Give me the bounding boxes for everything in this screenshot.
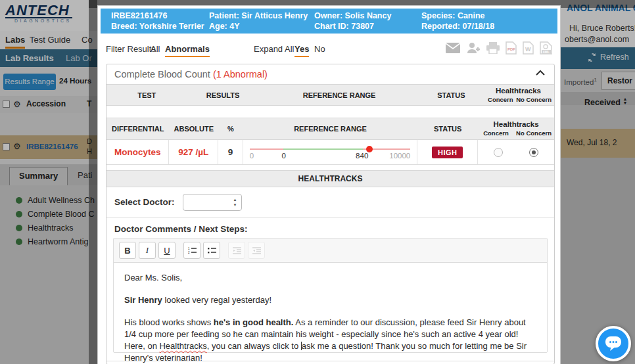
expand-no[interactable]: No xyxy=(314,44,325,54)
col-percent: % xyxy=(218,125,243,133)
editor-toolbar: B I U 12 xyxy=(114,239,547,263)
italic-button[interactable]: I xyxy=(139,242,156,259)
select-stepper-icon: ▲▼ xyxy=(233,197,237,208)
col-reference-range: REFERENCE RANGE xyxy=(243,125,418,133)
concern-radio[interactable] xyxy=(494,148,503,157)
underline-button[interactable]: U xyxy=(158,242,176,259)
select-doctor-label: Select Doctor: xyxy=(114,197,175,207)
reference-range-slider: 0 0 840 10000 xyxy=(243,140,418,164)
svg-text:XML: XML xyxy=(543,50,550,54)
comments-textarea[interactable]: Dear Ms. Solis, Sir Henry looked very re… xyxy=(114,263,547,352)
range-label: 840 xyxy=(356,152,368,160)
patient-accession: IRBE82161476 xyxy=(111,11,204,21)
outdent-button[interactable] xyxy=(228,242,245,259)
range-segment-low xyxy=(250,148,283,150)
col-healthtracks: Healthtracks ConcernNo Concern xyxy=(478,121,554,137)
chat-widget-button[interactable] xyxy=(596,326,631,361)
patient-age: Age: 4Y xyxy=(209,21,308,32)
range-segment-normal xyxy=(283,148,363,150)
patient-species: Species: Canine xyxy=(421,11,494,21)
filter-abnormals[interactable]: Abnormals xyxy=(165,44,210,57)
expand-yes[interactable]: Yes xyxy=(294,44,309,57)
patient-info-bar: IRBE82161476 Breed: Yorkshire Terrier Pa… xyxy=(101,9,557,34)
monocytes-result-row: Monocytes 927 /µL 9 0 0 840 10000 HIGH xyxy=(106,140,554,165)
svg-text:W: W xyxy=(525,46,531,53)
col-results: RESULTS xyxy=(187,91,259,99)
indent-button[interactable] xyxy=(248,242,265,259)
percent-value: 9 xyxy=(218,140,243,164)
doctor-select[interactable]: ▲▼ xyxy=(183,194,242,211)
filter-all[interactable]: All xyxy=(151,44,160,54)
add-user-icon[interactable] xyxy=(466,42,481,54)
differential-header-row: DIFFERENTIAL ABSOLUTE % REFERENCE RANGE … xyxy=(106,118,554,140)
range-label: 0 xyxy=(282,152,286,160)
range-label: 0 xyxy=(250,152,254,160)
print-icon[interactable] xyxy=(486,42,500,54)
patient-name: Patient: Sir Atticus Henry xyxy=(209,11,308,21)
results-modal: IRBE82161476 Breed: Yorkshire Terrier Pa… xyxy=(97,5,561,364)
healthtracks-section-header: HEALTHTRACKS xyxy=(106,170,554,187)
cbc-header-row: TEST RESULTS REFERENCE RANGE STATUS Heal… xyxy=(106,84,554,106)
svg-text:1: 1 xyxy=(188,247,190,250)
patient-reported: Reported: 07/18/18 xyxy=(421,21,494,32)
doctor-comments-label: Doctor Comments / Next Steps: xyxy=(106,217,554,238)
col-healthtracks: Healthtracks ConcernNo Concern xyxy=(482,87,554,103)
col-reference-range: REFERENCE RANGE xyxy=(259,91,420,99)
pdf-icon[interactable]: PDF xyxy=(506,41,517,55)
section-header[interactable]: Complete Blood Count (1 Abnormal) xyxy=(106,64,554,84)
bullet-list-button[interactable] xyxy=(203,242,220,259)
abnormal-count: (1 Abnormal) xyxy=(213,69,268,80)
comments-editor: B I U 12 Dear Ms. Solis, Sir Henry looke… xyxy=(113,238,548,353)
no-concern-radio[interactable] xyxy=(529,148,538,157)
expand-all-label: Expand All xyxy=(254,44,294,54)
chat-bubble-icon xyxy=(605,336,622,352)
bold-button[interactable]: B xyxy=(119,242,136,259)
patient-chart-id: Chart ID: 73807 xyxy=(314,21,391,32)
patient-breed: Breed: Yorkshire Terrier xyxy=(111,21,204,32)
status-cell: HIGH xyxy=(417,140,478,164)
col-status: STATUS xyxy=(420,91,482,99)
word-doc-icon[interactable]: W xyxy=(523,41,534,55)
high-status-badge: HIGH xyxy=(432,147,463,158)
col-test: TEST xyxy=(106,91,187,99)
spellcheck-word: Healthtracks xyxy=(159,341,206,351)
modal-backdrop-gutter xyxy=(89,0,97,364)
section-title: Complete Blood Count xyxy=(114,69,210,80)
col-status: STATUS xyxy=(417,125,478,133)
xml-icon[interactable]: XML xyxy=(540,41,552,55)
select-doctor-row: Select Doctor: ▲▼ xyxy=(106,187,554,217)
email-icon[interactable] xyxy=(446,43,460,53)
filter-results-row: Filter Results All Abnormals Expand All … xyxy=(98,36,561,62)
range-label: 10000 xyxy=(389,152,410,160)
filter-results-label: Filter Results xyxy=(106,44,156,54)
col-absolute: ABSOLUTE xyxy=(169,125,218,133)
test-name[interactable]: Monocytes xyxy=(106,140,169,164)
healthtracks-cell xyxy=(478,140,554,164)
svg-text:2: 2 xyxy=(188,251,190,254)
patient-owner: Owner: Solis Nancy xyxy=(314,11,391,21)
svg-text:PDF: PDF xyxy=(507,47,515,51)
absolute-value: 927 /µL xyxy=(169,140,218,164)
col-differential: DIFFERENTIAL xyxy=(106,125,169,133)
chevron-up-icon[interactable] xyxy=(536,70,545,76)
cbc-section: Complete Blood Count (1 Abnormal) TEST R… xyxy=(106,64,555,364)
ordered-list-button[interactable]: 12 xyxy=(183,242,200,259)
